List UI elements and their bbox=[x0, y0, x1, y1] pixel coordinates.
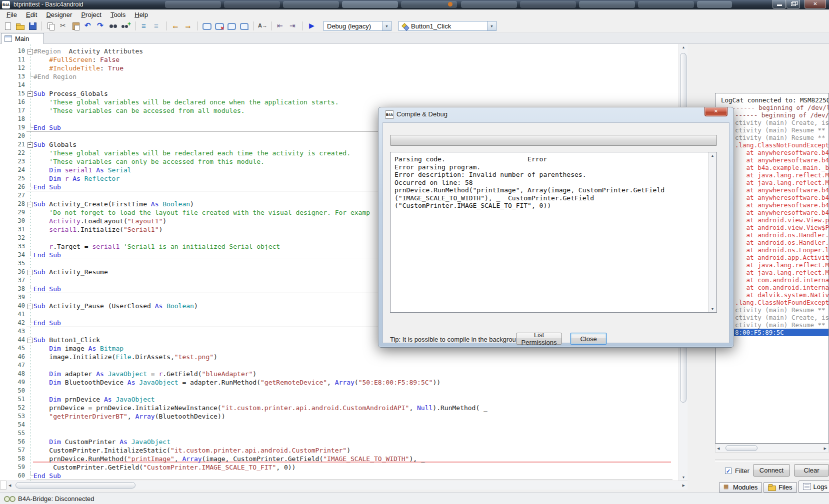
log-line[interactable]: LogCat connected to: MSM8225Q bbox=[716, 96, 828, 104]
menu-item-edit[interactable]: Edit bbox=[22, 10, 42, 19]
log-horizontal-scrollbar[interactable]: ◀ ▶ bbox=[715, 444, 829, 453]
fold-collapse-icon[interactable] bbox=[26, 268, 34, 276]
event-select[interactable]: Button1_Click ▼ bbox=[398, 21, 496, 31]
fold-collapse-icon[interactable] bbox=[26, 302, 34, 310]
splitter-gadget[interactable] bbox=[0, 481, 6, 490]
tab-main[interactable]: Main bbox=[1, 33, 44, 44]
code-line-56[interactable]: 56 Dim CustomPrinter As JavaObject bbox=[0, 438, 678, 446]
cut-icon[interactable] bbox=[58, 21, 69, 31]
navigate-back-icon[interactable] bbox=[170, 21, 181, 31]
code-line-60[interactable]: 60End Sub bbox=[0, 472, 678, 480]
close-button[interactable]: ✕ bbox=[804, 0, 826, 8]
dialog-close-button[interactable]: Close bbox=[570, 333, 607, 345]
scroll-right-icon[interactable]: ▶ bbox=[824, 447, 826, 451]
copy-icon[interactable] bbox=[46, 21, 56, 31]
tab-modules[interactable]: Modules bbox=[719, 482, 762, 493]
tab-logs[interactable]: Logs bbox=[798, 481, 829, 493]
find-next-icon[interactable] bbox=[120, 21, 132, 31]
undo-icon[interactable] bbox=[83, 21, 94, 31]
paste-icon[interactable] bbox=[70, 21, 82, 31]
new-file-icon[interactable] bbox=[2, 21, 13, 31]
fold-collapse-icon[interactable] bbox=[26, 47, 34, 55]
clear-region-icon[interactable] bbox=[214, 21, 224, 31]
menu-item-tools[interactable]: Tools bbox=[106, 10, 130, 19]
fold-collapse-icon[interactable] bbox=[26, 140, 34, 149]
scroll-up-icon[interactable]: ▲ bbox=[679, 45, 688, 49]
fold-collapse-icon[interactable] bbox=[26, 89, 34, 98]
code-line-48[interactable]: 48 Dim adapter As JavaObject = r.GetFiel… bbox=[0, 370, 678, 378]
clear-button[interactable]: Clear bbox=[794, 464, 829, 477]
list-permissions-button[interactable]: List Permissions bbox=[516, 333, 562, 345]
compiler-output-box[interactable]: Parsing code. ErrorError parsing program… bbox=[390, 152, 717, 313]
minimize-button[interactable] bbox=[772, 0, 786, 8]
connect-button[interactable]: Connect bbox=[753, 464, 790, 477]
code-text: End Sub bbox=[34, 319, 61, 327]
scroll-left-icon[interactable]: ◀ bbox=[717, 447, 720, 451]
menu-item-designer[interactable]: Designer bbox=[42, 10, 76, 19]
code-text: End Sub bbox=[34, 285, 61, 293]
code-line-46[interactable]: 46 image.Initialize(File.DirAssets,"test… bbox=[0, 353, 678, 361]
scroll-right-icon[interactable]: ▶ bbox=[682, 484, 685, 488]
comment-bubble-left-icon[interactable] bbox=[226, 21, 237, 31]
redo-icon[interactable] bbox=[96, 21, 106, 31]
comment-block-icon[interactable] bbox=[139, 21, 150, 31]
scrollbar-thumb[interactable] bbox=[16, 482, 136, 489]
menu-item-project[interactable]: Project bbox=[76, 10, 106, 19]
code-line-59[interactable]: 59 CustomPrinter.GetField("CustomPrinter… bbox=[0, 463, 678, 472]
line-number: 54 bbox=[0, 421, 25, 429]
title-bar[interactable]: B4A btprinttest - Basic4android ✕ bbox=[0, 0, 829, 9]
code-line-49[interactable]: 49 Dim BluetoothDevice As JavaObject = a… bbox=[0, 378, 678, 387]
scroll-left-icon[interactable]: ◀ bbox=[8, 484, 11, 488]
navigate-forward-icon[interactable] bbox=[182, 21, 194, 31]
code-line-47[interactable]: 47 bbox=[0, 361, 678, 370]
code-line-53[interactable]: 53 "getPrinterDriverBT", Array(Bluetooth… bbox=[0, 412, 678, 421]
code-line-58[interactable]: 58 prnDevice.RunMethod("printImage", Arr… bbox=[0, 455, 678, 463]
dialog-close-icon[interactable]: ✕ bbox=[704, 107, 728, 116]
code-text: End Sub bbox=[34, 251, 61, 259]
code-line-13[interactable]: 13#End Region bbox=[0, 72, 678, 81]
code-line-14[interactable]: 14 bbox=[0, 81, 678, 89]
code-line-55[interactable]: 55 bbox=[0, 429, 678, 438]
code-line-51[interactable]: 51 Dim prnDevice As JavaObject bbox=[0, 395, 678, 404]
scroll-down-icon[interactable]: ▼ bbox=[708, 307, 716, 311]
scroll-down-icon[interactable]: ▼ bbox=[679, 476, 688, 479]
uncomment-block-icon[interactable] bbox=[152, 21, 162, 31]
menu-item-help[interactable]: Help bbox=[130, 10, 152, 19]
menu-item-file[interactable]: File bbox=[2, 10, 22, 19]
select-region-icon[interactable] bbox=[201, 21, 212, 31]
code-line-11[interactable]: 11 #FullScreen: False bbox=[0, 55, 678, 64]
rename-icon[interactable] bbox=[257, 21, 268, 31]
code-line-16[interactable]: 16 'These global variables will be decla… bbox=[0, 98, 678, 106]
filter-checkbox[interactable]: ✓ bbox=[725, 468, 732, 474]
code-line-15[interactable]: 15Sub Process_Globals bbox=[0, 89, 678, 98]
toolbar: Debug (legacy) ▼ Button1_Click ▼ bbox=[0, 20, 829, 32]
code-text: 'These global variables will be declared… bbox=[34, 98, 339, 106]
scrollbar-thumb[interactable] bbox=[726, 445, 758, 451]
code-line-52[interactable]: 52 prnDevice = prnDevice.InitializeNewIn… bbox=[0, 404, 678, 412]
line-number: 23 bbox=[0, 157, 25, 166]
editor-horizontal-scrollbar[interactable]: ◀ ▶ bbox=[6, 481, 688, 490]
code-line-10[interactable]: 10#Region Activity Attributes bbox=[0, 47, 678, 55]
code-text: image.Initialize(File.DirAssets,"test.pn… bbox=[34, 353, 218, 361]
find-icon[interactable] bbox=[108, 21, 119, 31]
debug-mode-select[interactable]: Debug (legacy) ▼ bbox=[324, 21, 392, 31]
code-line-12[interactable]: 12 #IncludeTitle: True bbox=[0, 64, 678, 72]
outdent-block-icon[interactable] bbox=[276, 21, 286, 31]
fold-guide bbox=[26, 327, 34, 336]
scroll-up-icon[interactable]: ▲ bbox=[708, 154, 716, 157]
fold-collapse-icon[interactable] bbox=[26, 200, 34, 208]
line-number: 12 bbox=[0, 64, 25, 72]
tab-files[interactable]: Files bbox=[764, 482, 796, 493]
run-icon[interactable] bbox=[306, 21, 318, 31]
save-icon[interactable] bbox=[27, 21, 38, 31]
comment-bubble-right-icon[interactable] bbox=[238, 21, 250, 31]
restore-button[interactable] bbox=[786, 0, 800, 8]
dialog-scrollbar[interactable]: ▲ ▼ bbox=[708, 152, 716, 312]
fold-collapse-icon[interactable] bbox=[26, 336, 34, 344]
line-number: 27 bbox=[0, 191, 25, 200]
open-file-icon[interactable] bbox=[14, 21, 26, 31]
code-line-57[interactable]: 57 CustomPrinter.InitializeStatic("it.cu… bbox=[0, 446, 678, 455]
indent-block-icon[interactable] bbox=[288, 21, 299, 31]
code-line-54[interactable]: 54 bbox=[0, 421, 678, 429]
code-line-50[interactable]: 50 bbox=[0, 387, 678, 395]
